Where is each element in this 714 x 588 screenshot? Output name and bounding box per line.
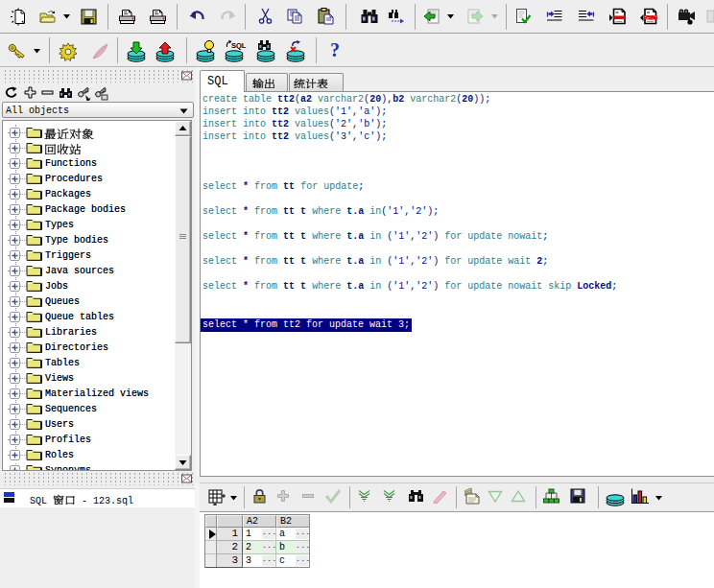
svg-text:SQL: SQL [231,41,247,50]
